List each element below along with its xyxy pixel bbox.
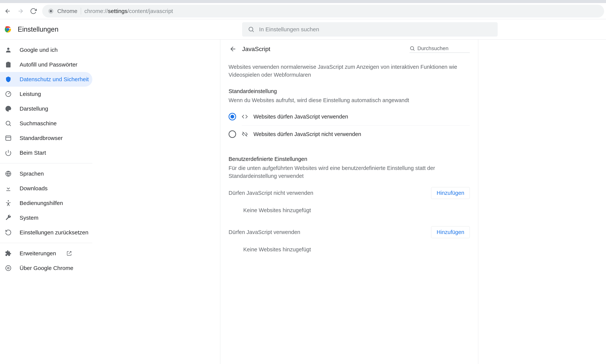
arrow-right-icon xyxy=(17,8,24,14)
chrome-logo-icon xyxy=(4,25,12,34)
arrow-left-icon xyxy=(4,8,11,14)
shield-icon xyxy=(4,76,12,83)
radio-block-javascript[interactable]: Websites dürfen JavaScript nicht verwend… xyxy=(242,125,470,143)
search-icon xyxy=(410,46,415,51)
sidebar-item-privacy[interactable]: Datenschutz und Sicherheit xyxy=(0,72,92,87)
sidebar-item-label: Sprachen xyxy=(20,170,44,177)
person-icon xyxy=(4,46,12,54)
chrome-page-icon xyxy=(48,8,54,14)
settings-header: Einstellungen In Einstellungen suchen xyxy=(0,19,606,39)
svg-point-12 xyxy=(8,200,9,201)
search-icon xyxy=(248,26,255,33)
sidebar-item-label: Autofill und Passwörter xyxy=(20,61,77,68)
allowed-sites-empty: Keine Websites hinzugefügt xyxy=(229,243,470,260)
svg-point-15 xyxy=(410,47,414,50)
sidebar-item-label: Google und ich xyxy=(20,47,58,53)
reload-button[interactable] xyxy=(27,5,39,17)
reload-icon xyxy=(30,8,37,14)
settings-panel: JavaScript Durchsuchen Websites verwende… xyxy=(220,39,478,364)
arrow-left-icon xyxy=(229,45,237,53)
omnibox-url: chrome://settings/content/javascript xyxy=(84,8,173,14)
chrome-icon xyxy=(4,264,12,272)
sidebar-item-system[interactable]: System xyxy=(0,210,92,225)
omnibox-origin: Chrome xyxy=(57,8,77,14)
panel-header: JavaScript Durchsuchen xyxy=(220,39,478,58)
panel-back-button[interactable] xyxy=(228,44,238,54)
sidebar-item-label: Downloads xyxy=(20,185,48,192)
wrench-icon xyxy=(4,214,12,221)
radio-indicator xyxy=(229,130,236,138)
sidebar-divider xyxy=(0,243,92,243)
sidebar-item-downloads[interactable]: Downloads xyxy=(0,181,92,196)
blocked-sites-empty: Keine Websites hinzugefügt xyxy=(229,204,470,221)
sidebar-item-languages[interactable]: Sprachen xyxy=(0,166,92,181)
sidebar-item-appearance[interactable]: Darstellung xyxy=(0,101,92,116)
browser-toolbar: Chrome chrome://settings/content/javascr… xyxy=(0,3,606,19)
add-allowed-site-button[interactable]: Hinzufügen xyxy=(431,226,470,238)
add-blocked-site-button[interactable]: Hinzufügen xyxy=(431,187,470,199)
sidebar-item-search-engine[interactable]: Suchmaschine xyxy=(0,116,92,131)
code-off-icon xyxy=(241,131,248,138)
address-bar[interactable]: Chrome chrome://settings/content/javascr… xyxy=(42,5,604,17)
panel-title: JavaScript xyxy=(242,46,270,52)
radio-label: Websites dürfen JavaScript nicht verwend… xyxy=(253,131,361,137)
default-behavior-title: Standardeinstellung xyxy=(229,88,470,94)
svg-point-1 xyxy=(50,10,52,12)
sidebar-item-label: Bedienungshilfen xyxy=(20,200,63,206)
power-icon xyxy=(4,149,12,156)
sidebar-item-label: Darstellung xyxy=(20,105,48,112)
forward-button xyxy=(15,5,26,17)
sidebar-divider xyxy=(0,163,92,163)
sidebar-item-default-browser[interactable]: Standardbrowser xyxy=(0,131,92,145)
sidebar-item-performance[interactable]: Leistung xyxy=(0,87,92,101)
browser-icon xyxy=(4,134,12,142)
browser-tab-strip xyxy=(0,0,606,3)
sidebar-item-accessibility[interactable]: Bedienungshilfen xyxy=(0,196,92,210)
code-icon xyxy=(241,113,248,120)
blocked-sites-title: Dürfen JavaScript nicht verwenden xyxy=(229,190,313,196)
sidebar-item-reset[interactable]: Einstellungen zurücksetzen xyxy=(0,225,92,240)
custom-behavior-desc: Für die unten aufgeführten Websites wird… xyxy=(229,164,470,180)
sidebar-item-extensions[interactable]: Erweiterungen xyxy=(0,246,92,261)
svg-rect-10 xyxy=(6,136,11,140)
sidebar-item-label: Datenschutz und Sicherheit xyxy=(20,76,89,82)
radio-allow-javascript[interactable]: Websites dürfen JavaScript verwenden xyxy=(229,108,470,125)
page-title: Einstellungen xyxy=(18,26,58,33)
sidebar-item-google[interactable]: Google und ich xyxy=(0,43,92,57)
restore-icon xyxy=(4,229,12,236)
sidebar-item-label: Suchmaschine xyxy=(20,120,57,127)
panel-search-placeholder: Durchsuchen xyxy=(417,45,449,52)
allowed-sites-header: Dürfen JavaScript verwenden Hinzufügen xyxy=(229,221,470,243)
external-link-icon xyxy=(66,251,72,256)
sidebar-item-label: Standardbrowser xyxy=(20,135,63,141)
svg-point-5 xyxy=(249,27,253,31)
main-content: JavaScript Durchsuchen Websites verwende… xyxy=(92,39,606,364)
settings-search-input[interactable]: In Einstellungen suchen xyxy=(242,22,498,37)
panel-search-input[interactable]: Durchsuchen xyxy=(410,45,470,53)
custom-behavior-title: Benutzerdefinierte Einstellungen xyxy=(229,156,470,162)
svg-point-9 xyxy=(6,121,10,125)
sidebar-item-label: Einstellungen zurücksetzen xyxy=(20,229,88,236)
radio-label: Websites dürfen JavaScript verwenden xyxy=(253,114,348,120)
sidebar-item-about[interactable]: Über Google Chrome xyxy=(0,261,92,275)
sidebar-item-label: Leistung xyxy=(20,91,41,97)
sidebar-item-label: Über Google Chrome xyxy=(20,265,73,271)
sidebar-item-on-startup[interactable]: Beim Start xyxy=(0,145,92,160)
svg-point-14 xyxy=(8,267,9,269)
globe-icon xyxy=(4,170,12,178)
sidebar-item-autofill[interactable]: Autofill und Passwörter xyxy=(0,57,92,72)
default-behavior-desc: Wenn du Websites aufrufst, wird diese Ei… xyxy=(229,96,470,104)
search-placeholder: In Einstellungen suchen xyxy=(259,26,319,33)
allowed-sites-title: Dürfen JavaScript verwenden xyxy=(229,229,300,235)
sidebar-item-label: Beim Start xyxy=(20,150,46,156)
speedometer-icon xyxy=(4,90,12,98)
sidebar-item-label: System xyxy=(20,215,39,221)
accessibility-icon xyxy=(4,199,12,207)
download-icon xyxy=(4,185,12,192)
back-button[interactable] xyxy=(2,5,13,17)
settings-sidebar: Google und ich Autofill und Passwörter D… xyxy=(0,39,92,364)
sidebar-item-label: Erweiterungen xyxy=(20,250,56,257)
blocked-sites-header: Dürfen JavaScript nicht verwenden Hinzuf… xyxy=(229,182,470,204)
svg-rect-7 xyxy=(7,62,9,63)
radio-indicator xyxy=(229,113,236,120)
